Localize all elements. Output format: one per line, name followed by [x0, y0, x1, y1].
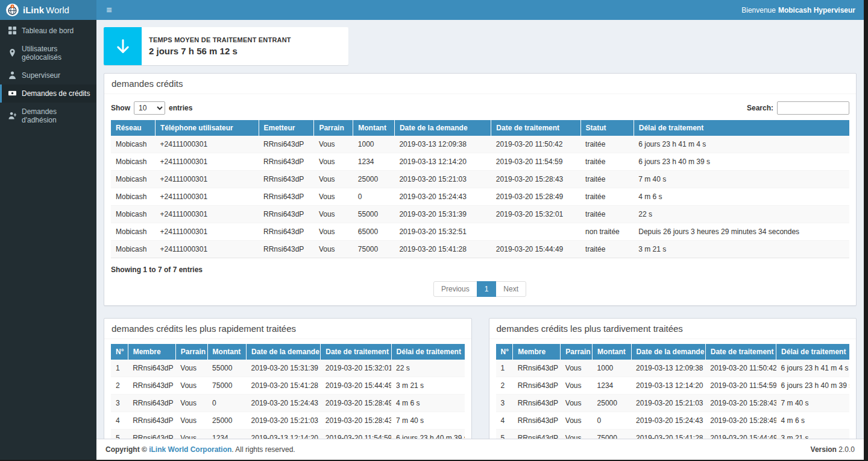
credits_panel-column-7[interactable]: Statut: [580, 120, 634, 136]
table-cell: 2019-03-20 15:28:43: [705, 395, 776, 412]
table-cell: 7 m 40 s: [634, 171, 849, 188]
welcome-user: Mobicash Hyperviseur: [778, 6, 855, 14]
table-cell: 2019-03-20 15:31:39: [247, 360, 321, 377]
table-cell: 1000: [593, 360, 632, 377]
credit-requests-panel: demandes crédits Show 10 entries Search:: [104, 73, 857, 306]
table-row: 3RRnsi643dPVous02019-03-20 15:24:432019-…: [111, 395, 465, 412]
table-cell: 0: [353, 188, 395, 206]
table-cell: RRnsi643dP: [128, 377, 175, 395]
table-cell: 2019-03-20 15:41:28: [631, 430, 705, 439]
credits_panel-column-3[interactable]: Parrain: [314, 120, 353, 136]
slowest_panel-column-0: N°: [496, 344, 513, 360]
brand-logo[interactable]: iLinkWorld: [0, 0, 96, 20]
table-cell: Vous: [175, 430, 207, 439]
table-cell: Vous: [561, 430, 593, 439]
version-text: Version 2.0.0: [811, 445, 855, 454]
table-cell: 2019-03-20 15:21:03: [247, 412, 321, 430]
fastest_panel-column-6: Délai de traitement: [391, 344, 464, 360]
table-row: Mobicash+24111000301RRnsi643dPVous02019-…: [111, 188, 849, 206]
table-cell: +24111000301: [156, 223, 259, 241]
table-cell: 1234: [353, 153, 395, 171]
stat-card-text: TEMPS MOYEN DE TRAITEMENT ENTRANT 2 jour…: [142, 27, 298, 65]
sidebar-item-label: Superviseur: [22, 71, 60, 80]
sidebar-item-credit-requests[interactable]: Demandes de crédits: [0, 84, 96, 103]
table-cell: 2019-03-20 15:44:49: [491, 241, 580, 258]
table-cell: 2019-03-20 11:54:59: [321, 430, 391, 439]
pagination-page-1-button[interactable]: 1: [477, 281, 497, 297]
table-cell: 75000: [593, 430, 632, 439]
content-column: TEMPS MOYEN DE TRAITEMENT ENTRANT 2 jour…: [96, 20, 864, 460]
credits_panel-column-6[interactable]: Date de traitement: [491, 120, 580, 136]
slowest_panel-column-1: Membre: [513, 344, 561, 360]
sidebar-item-supervisor[interactable]: Superviseur: [0, 66, 96, 84]
pagination-next-button[interactable]: Next: [495, 281, 526, 297]
credits_panel-column-8[interactable]: Délai de traitement: [634, 120, 849, 136]
table-cell: 2019-03-20 15:41:28: [247, 377, 321, 395]
table-cell: 0: [593, 412, 632, 430]
table-cell: 2019-03-20 15:32:01: [321, 360, 391, 377]
table-cell: 6 jours 23 h 41 m 4 s: [634, 136, 849, 153]
sidebar-item-membership-requests[interactable]: Demandes d'adhésion: [0, 103, 96, 129]
credits_panel-column-2[interactable]: Emetteur: [259, 120, 314, 136]
table-cell: Vous: [314, 136, 353, 153]
page-size-select[interactable]: 10: [134, 101, 165, 115]
slowest_panel-column-2: Parrain: [561, 344, 593, 360]
credits_panel-column-4[interactable]: Montant: [353, 120, 395, 136]
table-cell: 65000: [353, 223, 395, 241]
table-cell: Vous: [561, 377, 593, 395]
table-cell: RRnsi643dP: [513, 377, 561, 395]
table-cell: +24111000301: [156, 153, 259, 171]
banknote-icon: [8, 89, 17, 98]
slowest-processed-table: N°MembreParrainMontantDate de la demande…: [496, 344, 850, 439]
table-row: Mobicash+24111000301RRnsi643dPVous100020…: [111, 136, 849, 153]
fastest_panel-column-4: Date de la demande: [247, 344, 321, 360]
table-cell: RRnsi643dP: [513, 430, 561, 439]
table-cell: 2019-03-13 12:14:20: [247, 430, 321, 439]
credits_panel-column-1[interactable]: Téléphone utilisateur: [156, 120, 259, 136]
credit-requests-table: RéseauTéléphone utilisateurEmetteurParra…: [111, 120, 849, 258]
sidebar-item-label: Demandes d'adhésion: [22, 107, 90, 124]
table-cell: 1: [496, 360, 513, 377]
credit-requests-panel-title: demandes crédits: [104, 74, 856, 94]
top-navbar: iLinkWorld ≡ Bienvenue Mobicash Hypervis…: [0, 0, 864, 20]
sidebar-toggle-button[interactable]: ≡: [96, 0, 122, 20]
credits_panel-column-5[interactable]: Date de la demande: [394, 120, 491, 136]
fastest-processed-panel: demandes crédits les plus rapidement tra…: [104, 318, 472, 439]
main-wrapper: Tableau de bordUtilisateurs géolocalisés…: [0, 20, 864, 460]
table-cell: 2019-03-20 11:54:59: [491, 153, 580, 171]
table-cell: 25000: [353, 171, 395, 188]
table-row: Mobicash+24111000301RRnsi643dPVous250002…: [111, 171, 849, 188]
table-cell: 1234: [207, 430, 247, 439]
table-cell: RRnsi643dP: [259, 241, 314, 258]
credits_panel-column-0[interactable]: Réseau: [111, 120, 156, 136]
show-label: Show: [111, 104, 130, 112]
sidebar-item-dashboard[interactable]: Tableau de bord: [0, 22, 96, 40]
table-cell: 1000: [353, 136, 395, 153]
table-cell: Mobicash: [111, 171, 156, 188]
table-row: 5RRnsi643dPVous12342019-03-13 12:14:2020…: [111, 430, 465, 439]
sidebar-item-geolocated-users[interactable]: Utilisateurs géolocalisés: [0, 40, 96, 66]
table-cell: 5: [496, 430, 513, 439]
sidebar-item-label: Tableau de bord: [22, 27, 74, 35]
stat-card-value: 2 jours 7 h 56 m 12 s: [149, 46, 291, 56]
table-cell: Vous: [314, 153, 353, 171]
table-cell: 3 m 21 s: [391, 377, 464, 395]
table-cell: Vous: [175, 412, 207, 430]
pagination-previous-button[interactable]: Previous: [433, 281, 477, 297]
table-header-row: N°MembreParrainMontantDate de la demande…: [111, 344, 465, 360]
table-header-row: RéseauTéléphone utilisateurEmetteurParra…: [111, 120, 849, 136]
search-input[interactable]: [777, 101, 849, 115]
table-cell: 2019-03-20 15:24:43: [247, 395, 321, 412]
table-cell: 2: [496, 377, 513, 395]
table-cell: 4 m 6 s: [776, 412, 849, 430]
table-cell: traitée: [580, 241, 634, 258]
table-row: 2RRnsi643dPVous12342019-03-13 12:14:2020…: [496, 377, 850, 395]
table-cell: 25000: [207, 412, 247, 430]
table-cell: 2019-03-20 11:54:59: [705, 377, 776, 395]
table-cell: RRnsi643dP: [513, 360, 561, 377]
slowest-processed-panel-title: demandes crédits les plus tardivement tr…: [489, 319, 857, 339]
table-row: 4RRnsi643dPVous250002019-03-20 15:21:032…: [111, 412, 465, 430]
company-link[interactable]: iLink World Corporation: [149, 445, 231, 454]
table-cell: RRnsi643dP: [259, 171, 314, 188]
table-cell: 22 s: [634, 206, 849, 223]
